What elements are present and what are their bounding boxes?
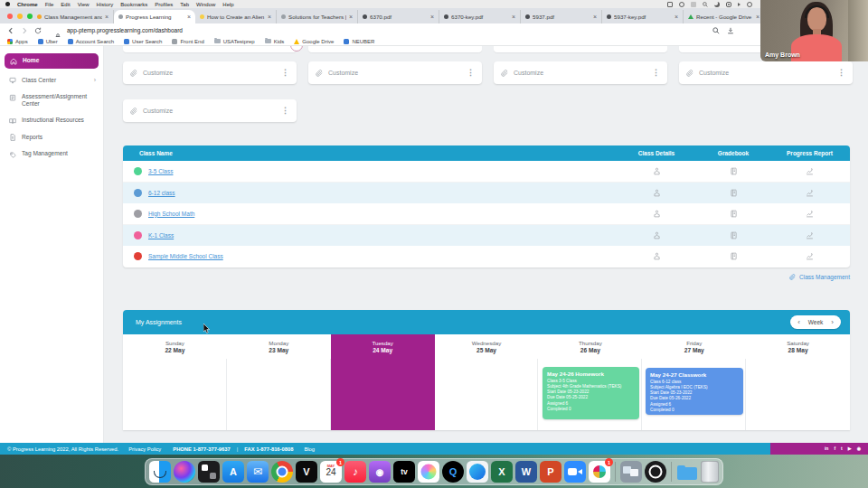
class-management-link[interactable]: Class Management [789,274,850,280]
download-icon[interactable] [727,27,734,34]
tab-close-icon[interactable]: × [105,14,108,20]
menu-profiles[interactable]: Profiles [155,2,173,7]
dock-q-app-icon[interactable]: Q [442,461,464,483]
forward-icon[interactable] [21,27,28,34]
url-text[interactable]: app-ptemp.progresslearning.com/dashboard [67,27,183,33]
sidebar-item-class-center[interactable]: Class Center › [0,72,103,89]
menu-view[interactable]: View [78,2,90,7]
progress-report-icon[interactable] [769,167,850,175]
browser-tab[interactable]: Class Management and Instru...× [33,10,114,23]
dock-1password-icon[interactable] [645,461,666,483]
privacy-policy-link[interactable]: Privacy Policy [128,446,161,452]
progress-report-icon[interactable] [769,189,850,197]
browser-tab[interactable]: Recent - Google Drive× [684,10,765,23]
menu-history[interactable]: History [97,2,114,7]
sidebar-item-instructional-resources[interactable]: Instructional Resources [0,112,103,129]
progress-report-icon[interactable] [769,252,850,260]
gradebook-icon[interactable] [697,231,769,239]
search-icon[interactable] [703,2,708,7]
bookmark-front-end[interactable]: Front End [172,39,203,44]
dock-podcasts-icon[interactable]: ◉ [369,461,391,483]
customize-card[interactable]: Customize ⋮ [308,61,482,84]
day-header-thursday[interactable]: Thursday26 May [538,334,642,359]
bookmark-account-search[interactable]: Account Search [68,39,114,44]
instagram-icon[interactable]: ◉ [857,446,861,451]
tab-close-icon[interactable]: × [675,14,678,20]
gear-icon[interactable] [679,2,684,7]
class-details-icon[interactable] [616,210,697,218]
dock-music-icon[interactable]: ♪ [344,461,366,483]
dock-word-icon[interactable]: W [515,461,537,483]
bookmark-apps[interactable]: Apps [7,39,28,44]
browser-tab-active[interactable]: Progress Learning× [114,10,195,23]
do-not-disturb-icon[interactable] [714,2,720,7]
dock-slack-icon[interactable]: 1 [589,461,610,483]
day-header-wednesday[interactable]: Wednesday25 May [435,334,539,359]
facebook-icon[interactable]: f [834,446,835,451]
day-header-saturday[interactable]: Saturday28 May [746,334,850,359]
linkedin-icon[interactable]: in [825,446,828,451]
dock-video-call-icon[interactable] [564,461,586,483]
tab-close-icon[interactable]: × [756,14,760,20]
menu-help[interactable]: Help [222,2,233,7]
dock-photos-icon[interactable] [418,461,439,483]
dock-apple-tv-icon[interactable]: tv [393,461,415,483]
sidebar-item-tag-management[interactable]: Tag Management [0,145,103,163]
bookmark-google-drive[interactable]: Google Drive [294,39,334,44]
class-details-icon[interactable] [616,231,697,239]
menu-tab[interactable]: Tab [180,2,189,7]
close-window-button[interactable] [7,14,13,19]
sidebar-item-home[interactable]: Home [5,53,99,69]
kebab-menu-icon[interactable]: ⋮ [281,69,289,77]
youtube-icon[interactable]: ▶ [848,446,852,451]
browser-tab[interactable]: Solutions for Teachers | Progr...× [277,10,358,23]
gradebook-icon[interactable] [697,189,769,197]
menu-edit[interactable]: Edit [61,2,70,7]
gradebook-icon[interactable] [697,167,769,175]
gradebook-icon[interactable] [697,210,769,218]
bookmark-user-search[interactable]: User Search [124,39,162,44]
apple-logo-icon[interactable] [5,2,10,6]
customize-card[interactable]: Customize ⋮ [123,61,297,84]
lock-icon[interactable] [55,27,61,33]
menu-chrome[interactable]: Chrome [17,2,38,7]
tab-close-icon[interactable]: × [268,14,271,20]
class-name-link[interactable]: 6-12 class [148,190,175,196]
bookmark-uber[interactable]: Uber [38,39,58,44]
assignment-card-homework[interactable]: May 24-26 Homework Class 3-5 Class Subje… [542,367,639,419]
bookmark-kids-folder[interactable]: Kids [265,39,285,44]
class-details-icon[interactable] [616,167,697,175]
screen-mirroring-icon[interactable] [691,2,696,7]
tab-close-icon[interactable]: × [593,14,597,20]
customize-card[interactable]: Customize ⋮ [494,61,667,84]
tab-close-icon[interactable]: × [430,14,434,20]
gradebook-icon[interactable] [697,252,769,260]
customize-card[interactable]: Customize ⋮ [123,99,297,122]
browser-tab[interactable]: 5937-key.pdf× [602,10,684,23]
sidebar-item-assessment-center[interactable]: Assessment/Assignment Center [0,89,103,112]
twitter-icon[interactable]: t [841,446,843,451]
chevron-left-icon[interactable]: ‹ [797,319,800,326]
class-name-link[interactable]: High School Math [148,211,194,217]
kebab-menu-icon[interactable]: ⋮ [281,107,289,115]
menu-window[interactable]: Window [196,2,215,7]
kebab-menu-icon[interactable]: ⋮ [837,69,845,77]
progress-report-icon[interactable] [769,210,850,218]
dock-excel-icon[interactable]: X [491,461,513,483]
class-details-icon[interactable] [616,189,697,197]
reload-icon[interactable] [34,27,42,34]
sidebar-item-reports[interactable]: Reports [0,129,103,146]
browser-tab[interactable]: 5937.pdf× [521,10,602,23]
kebab-menu-icon[interactable]: ⋮ [467,69,475,77]
dock-window-manager-icon[interactable] [198,461,220,483]
chevron-right-icon[interactable]: › [831,319,834,326]
tab-close-icon[interactable]: × [187,14,191,20]
zoom-window-button[interactable] [27,14,33,19]
clock-icon[interactable] [747,2,752,7]
dock-safari-icon[interactable] [467,461,488,483]
dock-powerpoint-icon[interactable]: P [540,461,561,483]
menu-bookmarks[interactable]: Bookmarks [120,2,147,7]
assignment-card-classwork[interactable]: May 24-27 Classwork Class 6-12 class Sub… [646,368,743,415]
dock-calendar-icon[interactable]: MAY 24 1 [320,461,342,483]
volume-icon[interactable] [738,3,741,6]
